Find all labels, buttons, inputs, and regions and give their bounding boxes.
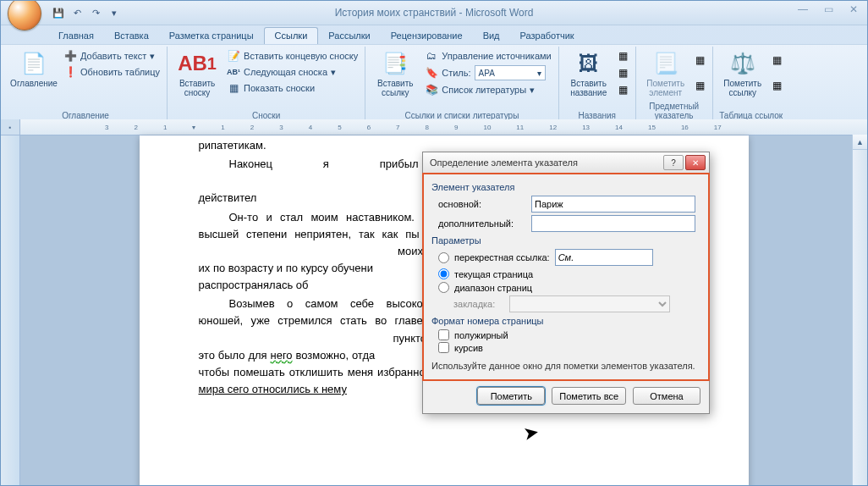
scroll-up-icon[interactable]: ▲ bbox=[853, 135, 867, 150]
current-page-radio[interactable] bbox=[438, 268, 449, 279]
update-table-button[interactable]: ❗Обновить таблицу bbox=[62, 64, 162, 80]
app-window: 💾 ↶ ↷ ▾ История моих странствий - Micros… bbox=[0, 0, 868, 486]
insert-citation-button[interactable]: 📑 Вставить ссылку bbox=[371, 48, 420, 97]
section-label: Формат номера страницы bbox=[431, 316, 700, 326]
show-notes-button[interactable]: ▦Показать сноски bbox=[225, 80, 360, 96]
save-icon[interactable]: 💾 bbox=[50, 4, 67, 21]
group-footnotes: AB1 Вставить сноску 📝Вставить концевую с… bbox=[168, 47, 365, 121]
maximize-button[interactable]: ▭ bbox=[818, 3, 838, 16]
ribbon-tabs: Главная Вставка Разметка страницы Ссылки… bbox=[1, 25, 867, 44]
style-icon: 🔖 bbox=[425, 66, 438, 80]
cap-opt3-icon[interactable]: ▦ bbox=[617, 83, 630, 97]
mark-index-entry-dialog: Определение элемента указателя ? ✕ Элеме… bbox=[422, 152, 710, 414]
bookmark-label: закладка: bbox=[453, 299, 504, 309]
insert-endnote-button[interactable]: 📝Вставить концевую сноску bbox=[225, 48, 360, 64]
quick-access-toolbar: 💾 ↶ ↷ ▾ bbox=[50, 4, 123, 21]
italic-checkbox[interactable] bbox=[438, 342, 449, 353]
tab-mailings[interactable]: Рассылки bbox=[318, 28, 380, 44]
next-footnote-button[interactable]: AB¹Следующая сноска ▾ bbox=[225, 64, 360, 80]
add-text-button[interactable]: ➕Добавить текст ▾ bbox=[62, 48, 162, 64]
citation-icon: 📑 bbox=[382, 50, 409, 77]
ruler-corner-icon[interactable]: ▪ bbox=[1, 119, 19, 135]
titlebar: 💾 ↶ ↷ ▾ История моих странствий - Micros… bbox=[1, 1, 867, 25]
sources-icon: 🗂 bbox=[425, 49, 438, 63]
main-entry-label: основной: bbox=[438, 199, 526, 209]
horizontal-ruler[interactable]: 321▾1234567891011121314151617 bbox=[20, 119, 867, 135]
dialog-hint: Используйте данное окно для пометки элем… bbox=[431, 360, 700, 372]
refresh-icon: ❗ bbox=[63, 65, 77, 79]
auth-opt2-icon[interactable]: ▦ bbox=[771, 79, 784, 92]
biblio-icon: 📚 bbox=[425, 83, 438, 97]
tab-review[interactable]: Рецензирование bbox=[381, 28, 473, 44]
cancel-button[interactable]: Отмена bbox=[633, 387, 700, 405]
show-icon: ▦ bbox=[227, 81, 240, 95]
footnote-icon: AB1 bbox=[184, 50, 211, 77]
tab-insert[interactable]: Вставка bbox=[104, 28, 159, 44]
group-captions: 🖼 Вставить название ▦ ▦ ▦ Названия bbox=[559, 47, 636, 121]
insert-footnote-button[interactable]: AB1 Вставить сноску bbox=[173, 48, 222, 97]
qat-more-icon[interactable]: ▾ bbox=[106, 4, 123, 21]
redo-icon[interactable]: ↷ bbox=[87, 4, 104, 21]
mark-entry-icon: 📃 bbox=[652, 50, 679, 77]
cap-opt1-icon[interactable]: ▦ bbox=[617, 49, 630, 63]
group-toc: 📄 Оглавление ➕Добавить текст ▾ ❗Обновить… bbox=[4, 47, 168, 121]
tab-references[interactable]: Ссылки bbox=[264, 27, 319, 44]
dialog-title: Определение элемента указателя bbox=[430, 157, 578, 168]
group-label: Предметный указатель bbox=[636, 102, 712, 120]
endnote-icon: 📝 bbox=[227, 49, 240, 63]
auth-opt1-icon[interactable]: ▦ bbox=[771, 53, 784, 67]
cross-reference-radio[interactable] bbox=[438, 252, 449, 263]
toc-icon: 📄 bbox=[20, 50, 47, 77]
section-label: Параметры bbox=[431, 235, 700, 246]
style-selector[interactable]: 🔖Стиль: APA▾ bbox=[423, 64, 552, 81]
toc-button[interactable]: 📄 Оглавление bbox=[9, 48, 58, 88]
bold-checkbox[interactable] bbox=[438, 329, 449, 340]
close-button[interactable]: ✕ bbox=[843, 3, 864, 16]
insert-caption-button[interactable]: 🖼 Вставить название bbox=[564, 48, 613, 97]
idx-opt2-icon[interactable]: ▦ bbox=[694, 79, 707, 92]
plus-icon: ➕ bbox=[63, 49, 77, 63]
main-entry-input[interactable] bbox=[531, 196, 695, 213]
bookmark-select bbox=[509, 295, 670, 312]
dialog-close-button[interactable]: ✕ bbox=[685, 155, 706, 170]
tab-home[interactable]: Главная bbox=[48, 28, 104, 44]
bibliography-button[interactable]: 📚Список литературы ▾ bbox=[423, 82, 552, 97]
page-range-radio[interactable] bbox=[438, 282, 449, 293]
caption-icon: 🖼 bbox=[575, 50, 602, 77]
sub-entry-input[interactable] bbox=[531, 215, 695, 232]
cap-opt2-icon[interactable]: ▦ bbox=[617, 66, 630, 80]
manage-sources-button[interactable]: 🗂Управление источниками bbox=[423, 48, 552, 64]
mark-all-button[interactable]: Пометить все bbox=[552, 387, 626, 405]
undo-icon[interactable]: ↶ bbox=[69, 4, 85, 21]
mark-entry-button[interactable]: 📃 Пометить элемент bbox=[641, 48, 690, 97]
idx-opt1-icon[interactable]: ▦ bbox=[694, 53, 707, 67]
section-label: Элемент указателя bbox=[431, 182, 700, 192]
vertical-scrollbar[interactable]: ▲ bbox=[852, 135, 867, 485]
group-citations: 📑 Вставить ссылку 🗂Управление источникам… bbox=[365, 47, 558, 121]
group-index: 📃 Пометить элемент ▦ ▦ Предметный указат… bbox=[636, 47, 713, 121]
mark-citation-button[interactable]: ⚖️ Пометить ссылку bbox=[718, 48, 767, 97]
help-button[interactable]: ? bbox=[663, 155, 684, 170]
ribbon: 📄 Оглавление ➕Добавить текст ▾ ❗Обновить… bbox=[1, 44, 867, 122]
vertical-ruler[interactable]: ▪ bbox=[1, 119, 20, 485]
cross-reference-input[interactable] bbox=[555, 249, 653, 266]
dialog-titlebar[interactable]: Определение элемента указателя ? ✕ bbox=[423, 152, 709, 174]
ab-icon: AB¹ bbox=[227, 65, 240, 79]
window-title: История моих странствий - Microsoft Word bbox=[1, 7, 867, 19]
tab-developer[interactable]: Разработчик bbox=[510, 28, 585, 44]
tab-view[interactable]: Вид bbox=[473, 28, 510, 44]
group-authorities: ⚖️ Пометить ссылку ▦ ▦ Таблица ссылок bbox=[713, 47, 789, 121]
mark-citation-icon: ⚖️ bbox=[729, 50, 756, 77]
minimize-button[interactable]: — bbox=[793, 3, 813, 16]
mark-button[interactable]: Пометить bbox=[477, 387, 545, 405]
tab-page-layout[interactable]: Разметка страницы bbox=[159, 28, 264, 44]
sub-entry-label: дополнительный: bbox=[438, 218, 526, 229]
